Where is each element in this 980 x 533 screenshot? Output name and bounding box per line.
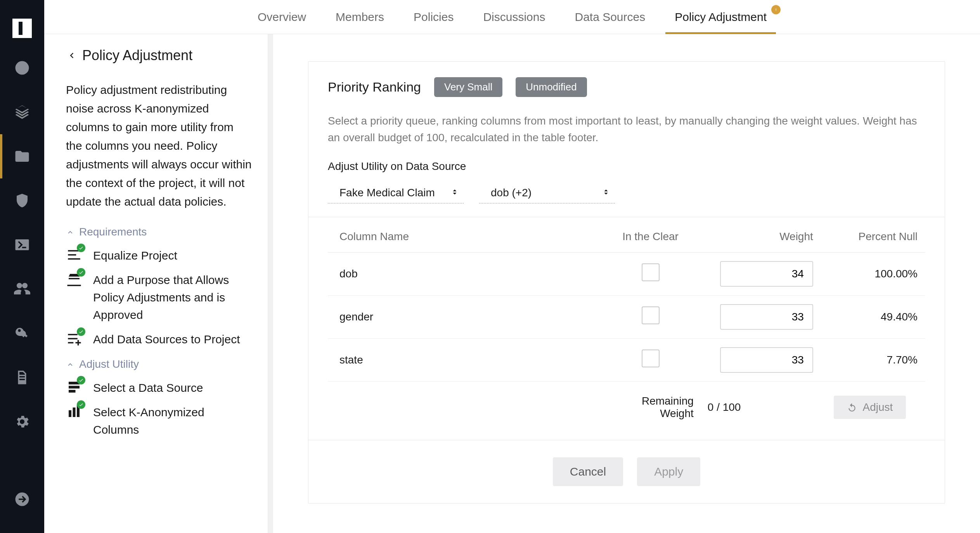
tab-overview[interactable]: Overview (255, 0, 308, 34)
rail-key[interactable] (0, 311, 44, 355)
th-percent-null: Percent Null (818, 217, 925, 253)
alert-badge-icon (771, 5, 781, 14)
chevron-up-icon (66, 228, 74, 236)
equalize-icon (66, 247, 82, 263)
terminal-icon (14, 237, 30, 253)
tab-policy-adjustment-label: Policy Adjustment (675, 10, 767, 23)
cell-pnull: 7.70% (818, 338, 925, 381)
th-in-the-clear: In the Clear (603, 217, 698, 253)
table-row: gender 49.40% (328, 295, 925, 338)
selector-datasource[interactable]: Fake Medical Claim (328, 184, 464, 204)
adjust-utility-label: Select K-Anonymized Columns (93, 403, 252, 438)
rail-layers[interactable] (0, 90, 44, 134)
apply-button[interactable]: Apply (637, 457, 700, 486)
check-badge-icon (77, 244, 85, 252)
selector-datasource-value: Fake Medical Claim (339, 187, 435, 199)
document-icon (14, 369, 30, 386)
nav-rail (0, 0, 44, 533)
tab-discussions[interactable]: Discussions (481, 0, 547, 34)
folder-icon (14, 148, 30, 164)
add-datasource-icon (66, 331, 82, 347)
card-title: Priority Ranking (328, 80, 421, 95)
chevron-up-icon (66, 360, 74, 369)
rail-shield[interactable] (0, 178, 44, 223)
group-requirements-label: Requirements (79, 226, 147, 238)
tab-members[interactable]: Members (333, 0, 386, 34)
cancel-button[interactable]: Cancel (553, 457, 623, 486)
check-badge-icon (77, 376, 85, 384)
sidebar-title-text: Policy Adjustment (82, 47, 192, 64)
weight-input[interactable] (720, 261, 813, 287)
in-the-clear-checkbox[interactable] (642, 306, 660, 324)
plus-circle-icon (14, 60, 30, 76)
requirement-label: Equalize Project (93, 247, 177, 264)
cell-name: state (328, 338, 603, 381)
arrow-right-circle-icon (14, 491, 30, 507)
rail-doc[interactable] (0, 355, 44, 400)
sidebar-back[interactable]: Policy Adjustment (66, 47, 252, 64)
layers-icon (14, 104, 30, 120)
refresh-icon (847, 402, 857, 412)
rail-settings[interactable] (0, 400, 44, 444)
sort-icon (602, 187, 610, 199)
table-row: dob 100.00% (328, 252, 925, 295)
th-column-name: Column Name (328, 217, 603, 253)
adjust-on-source-label: Adjust Utility on Data Source (328, 160, 925, 173)
in-the-clear-checkbox[interactable] (642, 350, 660, 367)
cell-pnull: 49.40% (818, 295, 925, 338)
tab-data-sources[interactable]: Data Sources (572, 0, 648, 34)
check-badge-icon (77, 327, 85, 336)
card-actions: Cancel Apply (308, 440, 945, 503)
weight-input[interactable] (720, 304, 813, 330)
remaining-weight-label: Remaining Weight (603, 381, 698, 428)
top-tabs: Overview Members Policies Discussions Da… (44, 0, 980, 34)
tab-policy-adjustment[interactable]: Policy Adjustment (672, 0, 769, 34)
remaining-weight-value: 0 / 100 (698, 381, 818, 428)
rail-users[interactable] (0, 267, 44, 311)
table-footer: Remaining Weight 0 / 100 Adjust (328, 381, 925, 428)
rail-add[interactable] (0, 46, 44, 90)
card-description: Select a priority queue, ranking columns… (328, 112, 925, 146)
side-panel: Policy Adjustment Policy adjustment redi… (44, 34, 273, 533)
selector-columns[interactable]: dob (+2) (479, 184, 615, 204)
rail-folder[interactable] (0, 134, 44, 178)
tab-policies[interactable]: Policies (411, 0, 456, 34)
select-datasource-icon (66, 379, 82, 395)
requirement-item[interactable]: Add a Purpose that Allows Policy Adjustm… (66, 271, 252, 324)
logo-icon[interactable] (0, 11, 44, 46)
adjust-button-label: Adjust (862, 401, 893, 414)
weight-input[interactable] (720, 347, 813, 373)
weights-table: Column Name In the Clear Weight Percent … (328, 217, 925, 428)
pill-very-small[interactable]: Very Small (434, 77, 502, 97)
table-row: state 7.70% (328, 338, 925, 381)
purpose-icon (66, 271, 82, 287)
sidebar-description: Policy adjustment redistributing noise a… (66, 81, 252, 211)
cell-name: gender (328, 295, 603, 338)
cell-pnull: 100.00% (818, 252, 925, 295)
requirement-label: Add a Purpose that Allows Policy Adjustm… (93, 271, 252, 324)
key-icon (14, 325, 30, 341)
th-weight: Weight (698, 217, 818, 253)
users-icon (14, 281, 30, 297)
requirement-item[interactable]: Add Data Sources to Project (66, 331, 252, 348)
shield-icon (14, 192, 30, 209)
group-requirements-toggle[interactable]: Requirements (66, 226, 252, 238)
selector-columns-value: dob (+2) (491, 187, 532, 199)
group-adjust-utility-label: Adjust Utility (79, 358, 139, 370)
chevron-left-icon (66, 50, 77, 61)
priority-ranking-card: Priority Ranking Very Small Unmodified S… (308, 61, 945, 504)
gear-icon (14, 414, 30, 430)
sort-icon (450, 187, 459, 199)
main-content: Priority Ranking Very Small Unmodified S… (273, 34, 980, 533)
rail-terminal[interactable] (0, 223, 44, 267)
pill-unmodified[interactable]: Unmodified (516, 77, 587, 97)
adjust-button[interactable]: Adjust (834, 396, 906, 419)
adjust-utility-label: Select a Data Source (93, 379, 203, 396)
rail-exit[interactable] (0, 477, 44, 521)
requirement-item[interactable]: Equalize Project (66, 247, 252, 264)
in-the-clear-checkbox[interactable] (642, 263, 660, 281)
check-badge-icon (77, 268, 85, 277)
adjust-utility-item[interactable]: Select a Data Source (66, 379, 252, 396)
group-adjust-utility-toggle[interactable]: Adjust Utility (66, 358, 252, 370)
adjust-utility-item[interactable]: Select K-Anonymized Columns (66, 403, 252, 438)
